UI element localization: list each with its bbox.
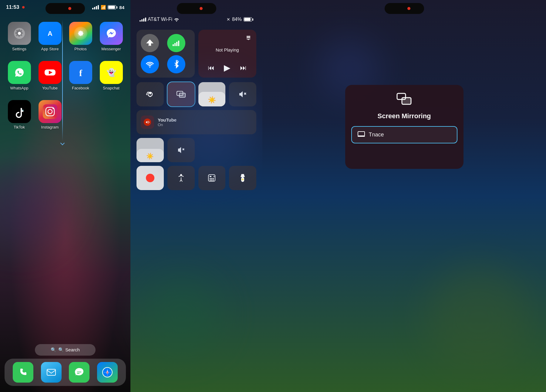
cc-play-btn[interactable]: ▶ xyxy=(224,63,231,73)
cc-calculator-btn[interactable] xyxy=(198,166,226,190)
app-label-settings: Settings xyxy=(12,47,26,51)
signal-indicator xyxy=(92,5,99,9)
carrier-name: AT&T Wi-Fi xyxy=(148,17,172,22)
cc-battery-pct: 84% xyxy=(232,17,242,22)
wifi-icon-btn xyxy=(146,61,154,68)
cc-bluetooth-btn[interactable] xyxy=(167,55,185,73)
dock-safari[interactable] xyxy=(97,362,118,383)
notification-dot xyxy=(22,6,25,8)
screen-mirroring-panel: Screen Mirroring Tnace xyxy=(262,0,546,392)
home-screen-panel: 11:53 📶 84 xyxy=(0,0,130,392)
app-label-whatsapp: WhatsApp xyxy=(10,86,29,90)
wifi-icon: 📶 xyxy=(101,5,106,10)
dock-mail[interactable] xyxy=(41,362,62,383)
dynamic-island-mirror xyxy=(385,3,424,14)
svg-point-48 xyxy=(211,178,212,179)
cc-cellular-btn[interactable] xyxy=(167,34,185,52)
svg-point-54 xyxy=(242,179,244,180)
svg-text:f: f xyxy=(79,68,83,78)
cc-screen-record-btn[interactable] xyxy=(136,166,164,190)
app-icon-photos[interactable]: Photos xyxy=(68,22,93,51)
mirror-header: Screen Mirroring xyxy=(351,92,457,120)
app-grid-row3: TikTok xyxy=(0,94,130,136)
app-icon-facebook[interactable]: f Facebook xyxy=(68,61,93,90)
app-label-tiktok: TikTok xyxy=(14,125,25,129)
bluetooth-icon xyxy=(173,60,180,69)
app-icon-messenger[interactable]: Messenger xyxy=(99,22,124,51)
mic-indicator xyxy=(68,7,71,10)
cc-lock-rotation-btn[interactable] xyxy=(136,82,164,106)
svg-point-49 xyxy=(213,178,214,179)
svg-point-52 xyxy=(213,179,214,181)
app-icon-settings[interactable]: Settings xyxy=(7,22,32,51)
cc-rewind-btn[interactable]: ⏮ xyxy=(208,64,214,72)
cc-brightness-slider[interactable]: ☀️ xyxy=(136,138,164,162)
screen-mirroring-container: Screen Mirroring Tnace xyxy=(345,85,463,169)
svg-rect-31 xyxy=(176,42,177,46)
search-bar[interactable]: 🔍 🔍 Search xyxy=(35,344,96,356)
app-icon-appstore[interactable]: A App Store xyxy=(37,22,62,51)
app-icon-tiktok[interactable]: TikTok xyxy=(7,100,32,129)
app-label-facebook: Facebook xyxy=(72,86,89,90)
svg-rect-29 xyxy=(173,44,174,46)
svg-point-21 xyxy=(52,108,54,109)
svg-point-47 xyxy=(210,178,211,179)
mirror-device-item[interactable]: Tnace xyxy=(351,126,457,143)
svg-text:👻: 👻 xyxy=(106,68,116,77)
svg-rect-45 xyxy=(210,176,211,177)
cc-flashlight-btn[interactable] xyxy=(229,166,256,190)
record-dot-icon xyxy=(146,174,154,182)
brightness-icon: ☀️ xyxy=(208,96,216,104)
app-grid-row2: WhatsApp YouTube f Facebook xyxy=(0,55,130,96)
divider-arrow xyxy=(60,141,65,145)
airplay-icon xyxy=(245,35,251,41)
search-icon: 🔍 xyxy=(51,347,56,353)
cc-wifi-btn[interactable] xyxy=(141,55,159,73)
svg-text:A: A xyxy=(48,30,52,37)
svg-rect-22 xyxy=(47,369,56,375)
airplane-icon xyxy=(146,39,154,47)
mirror-empty-area xyxy=(351,143,457,162)
calculator-icon xyxy=(207,173,216,183)
mirror-device-name: Tnace xyxy=(369,132,384,138)
svg-point-0 xyxy=(18,32,21,35)
svg-rect-58 xyxy=(358,136,365,137)
app-label-messenger: Messenger xyxy=(101,47,121,51)
dynamic-island-cc xyxy=(177,3,216,14)
lock-rotation-icon xyxy=(145,89,155,99)
svg-point-35 xyxy=(150,96,151,97)
app-icon-whatsapp[interactable]: WhatsApp xyxy=(7,61,32,90)
app-label-appstore: App Store xyxy=(41,47,59,51)
cc-connectivity-block xyxy=(136,30,195,78)
dock-messages[interactable] xyxy=(69,362,89,383)
dock-phone[interactable] xyxy=(13,362,33,383)
accessibility-icon xyxy=(176,173,186,183)
app-icon-youtube[interactable]: YouTube xyxy=(37,61,62,90)
laptop-icon xyxy=(357,131,365,139)
dynamic-island xyxy=(46,3,85,14)
app-icon-snapchat[interactable]: 👻 Snapchat xyxy=(99,61,124,90)
youtube-wrench-icon xyxy=(143,118,152,126)
cc-airplane-btn[interactable] xyxy=(141,34,159,52)
cc-brightness-btn[interactable]: ☀️ xyxy=(198,82,226,106)
time-display: 11:53 xyxy=(6,4,19,10)
cc-controls-grid: Not Playing ⏮ ▶ ⏭ xyxy=(130,25,262,82)
app-label-photos: Photos xyxy=(74,47,86,51)
x-mark-icon: ✕ xyxy=(227,17,230,22)
cc-status-right: ✕ 84% xyxy=(227,17,253,22)
app-icon-instagram[interactable]: Instagram xyxy=(37,100,62,129)
screen-mirror-panel-icon xyxy=(396,92,412,109)
status-bar-right: 📶 84 xyxy=(92,5,124,10)
cc-fastforward-btn[interactable]: ⏭ xyxy=(240,64,247,72)
mic-indicator-cc xyxy=(200,7,203,10)
flashlight-icon xyxy=(238,173,247,183)
svg-rect-34 xyxy=(149,92,151,94)
svg-point-8 xyxy=(105,27,118,40)
svg-point-7 xyxy=(79,32,82,35)
wifi-icon-cc xyxy=(174,17,179,22)
cc-accessibility-btn[interactable] xyxy=(167,166,195,190)
dock xyxy=(5,359,126,386)
cc-now-playing-block: Not Playing ⏮ ▶ ⏭ xyxy=(198,30,257,78)
battery-pct: 84 xyxy=(119,5,124,10)
svg-point-50 xyxy=(210,179,211,181)
